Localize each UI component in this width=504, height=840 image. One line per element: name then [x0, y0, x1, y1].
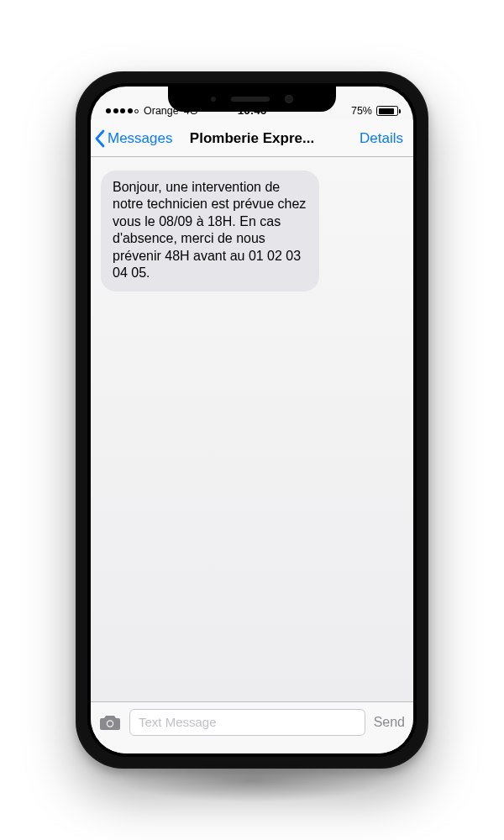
message-input-placeholder: Text Message [139, 715, 217, 729]
camera-button[interactable] [99, 714, 121, 731]
sensor-dot [211, 97, 216, 102]
front-camera [285, 95, 293, 103]
home-indicator-area [91, 742, 413, 753]
speaker-grille [231, 97, 270, 102]
phone-bezel: Orange 4G 10:46 75% Messages [87, 83, 417, 757]
signal-strength-icon [106, 108, 139, 113]
svg-point-1 [108, 721, 113, 726]
chevron-left-icon [94, 129, 106, 148]
details-button[interactable]: Details [360, 130, 408, 147]
screen: Orange 4G 10:46 75% Messages [91, 87, 413, 753]
notch [168, 87, 336, 112]
compose-bar: Text Message Send [91, 701, 413, 742]
back-button[interactable]: Messages [94, 129, 172, 148]
message-text: Bonjour, une intervention de notre techn… [113, 180, 306, 280]
send-button[interactable]: Send [374, 715, 405, 730]
incoming-message-bubble: Bonjour, une intervention de notre techn… [101, 171, 319, 291]
stage: Orange 4G 10:46 75% Messages [0, 0, 504, 840]
back-label: Messages [108, 130, 172, 147]
conversation-view[interactable]: Bonjour, une intervention de notre techn… [91, 157, 413, 701]
battery-percent-label: 75% [351, 105, 372, 117]
battery-icon [376, 106, 398, 116]
nav-bar: Messages Plomberie Expre... Details [91, 120, 413, 157]
conversation-title: Plomberie Expre... [190, 130, 314, 147]
message-input[interactable]: Text Message [129, 709, 365, 736]
camera-icon [99, 714, 121, 731]
phone-frame: Orange 4G 10:46 75% Messages [76, 71, 428, 769]
